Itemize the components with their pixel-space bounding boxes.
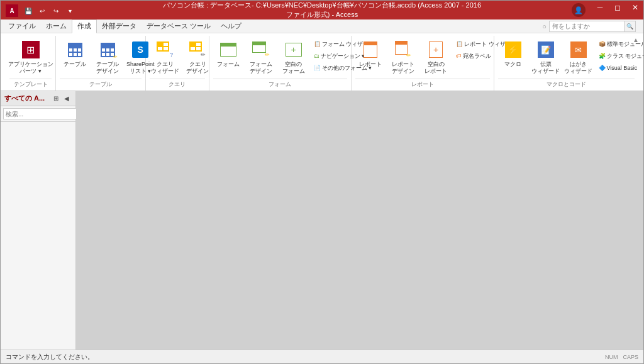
nav-search-input[interactable] xyxy=(3,108,88,119)
macro-icon-el: ⚡ xyxy=(503,40,523,60)
form-icon xyxy=(218,40,238,60)
ribbon-btn-table[interactable]: テーブル xyxy=(60,37,90,77)
macros-group-label: マクロとコード xyxy=(498,79,635,91)
form-wizard-small-icon: 📋 xyxy=(314,41,321,47)
ribbon-btn-blank-report[interactable]: + 空白のレポート xyxy=(421,37,451,77)
class-module-icon: 🧩 xyxy=(599,53,606,59)
blank-form-label: 空白のフォーム xyxy=(282,61,305,75)
class-module-label: クラス モジュール xyxy=(607,52,645,60)
quick-access-undo[interactable]: ↩ xyxy=(36,4,48,17)
ribbon: ⊞ アプリケーションパーツ ▾ テンプレート テーブル xyxy=(1,33,643,91)
denpyo-wizard-icon: 📝 xyxy=(536,40,556,60)
ribbon-btn-query-design[interactable]: ✏ クエリデザイン xyxy=(182,37,213,77)
query-wizard-icon: ? xyxy=(155,40,175,60)
blank-form-icon: + xyxy=(284,40,304,60)
report-icon-el xyxy=(360,40,380,60)
other-forms-small-icon: 📄 xyxy=(314,65,321,71)
command-search-button[interactable]: 🔍 xyxy=(625,21,636,32)
standard-module-icon: 📦 xyxy=(599,41,606,47)
form-label: フォーム xyxy=(217,61,240,68)
table-design-icon: ✏ xyxy=(97,40,118,60)
labels-small-icon: 🏷 xyxy=(456,53,462,59)
form-design-icon: ✏ xyxy=(251,40,271,60)
quick-access-toolbar: A 💾 ↩ ↪ ▾ xyxy=(6,4,76,17)
command-search-input[interactable] xyxy=(549,21,625,32)
ribbon-btn-app-parts[interactable]: ⊞ アプリケーションパーツ ▾ xyxy=(9,37,52,77)
ribbon-btn-denpyo-wizard[interactable]: 📝 伝票ウィザード xyxy=(531,37,561,77)
num-lock-indicator: NUM xyxy=(605,354,618,360)
status-bar: コマンドを入力してください。 NUM CAPS xyxy=(1,350,643,363)
title-bar-title: パソコン台帳 : データベース- C:¥Users¥NEC¥Desktop¥台帳… xyxy=(162,1,483,19)
ribbon-group-forms: フォーム ✏ フォームデザイン + 空白のフォーム 📋 xyxy=(209,36,352,91)
query-design-icon: ✏ xyxy=(187,40,208,60)
nav-header-title[interactable]: すべての A... xyxy=(4,94,45,103)
menu-file[interactable]: ファイル xyxy=(3,19,41,33)
ribbon-group-tables: テーブル ✏ テーブルデザイン S xyxy=(56,36,146,91)
reports-group-label: レポート xyxy=(355,79,489,91)
ribbon-collapse-button[interactable]: ▲ xyxy=(631,35,641,45)
restore-button[interactable]: ◻ xyxy=(609,1,626,14)
menu-home[interactable]: ホーム xyxy=(41,19,72,33)
report-design-label: レポートデザイン xyxy=(392,61,414,75)
hagaki-wizard-icon: ✉ xyxy=(569,40,589,60)
ribbon-group-reports: レポート ✏ レポートデザイン + 空白のレポート 📋 xyxy=(352,36,494,91)
minimize-button[interactable]: ─ xyxy=(592,1,608,14)
app-parts-label: アプリケーションパーツ ▾ xyxy=(8,61,53,75)
ribbon-btn-form[interactable]: フォーム xyxy=(213,37,243,77)
query-design-label: クエリデザイン xyxy=(186,61,209,75)
ribbon-btn-macro[interactable]: ⚡ マクロ xyxy=(498,37,528,77)
status-text: コマンドを入力してください。 xyxy=(6,353,94,361)
ribbon-group-templates: ⊞ アプリケーションパーツ ▾ テンプレート xyxy=(6,36,56,91)
report-label: レポート xyxy=(359,61,382,68)
navigation-small-icon: 🗂 xyxy=(314,53,319,59)
form-design-label: フォームデザイン xyxy=(250,61,272,75)
blank-report-icon: + xyxy=(426,40,446,60)
query-wizard-label: クエリウィザード xyxy=(151,61,179,75)
menu-bar: ファイル ホーム 作成 外部データ データベース ツール ヘルプ ○ 🔍 xyxy=(1,19,643,33)
table-design-label: テーブルデザイン xyxy=(96,61,119,75)
menu-db-tools[interactable]: データベース ツール xyxy=(142,19,216,33)
menu-help[interactable]: ヘルプ xyxy=(216,19,247,33)
nav-header: すべての A... ⊞ ◀ xyxy=(1,91,75,106)
tables-group-label: テーブル xyxy=(60,79,142,91)
report-wizard-small-icon: 📋 xyxy=(456,41,463,47)
command-search-area: ○ 🔍 xyxy=(542,21,641,32)
ribbon-btn-query-wizard[interactable]: ? クエリウィザード xyxy=(150,37,180,77)
blank-report-label: 空白のレポート xyxy=(425,61,447,75)
report-design-icon: ✏ xyxy=(393,40,413,60)
forms-group-label: フォーム xyxy=(213,79,347,91)
ribbon-btn-hagaki-wizard[interactable]: ✉ はがきウィザード xyxy=(564,37,594,77)
visual-basic-icon: 🔷 xyxy=(599,65,606,71)
hagaki-wizard-label: はがきウィザード xyxy=(564,61,592,75)
queries-group-label: クエリ xyxy=(150,79,205,91)
ribbon-btn-table-design[interactable]: ✏ テーブルデザイン xyxy=(92,37,123,77)
denpyo-wizard-label: 伝票ウィザード xyxy=(531,61,560,75)
ribbon-btn-report[interactable]: レポート xyxy=(355,37,386,77)
quick-access-dropdown[interactable]: ▾ xyxy=(64,4,76,17)
table-icon xyxy=(65,40,85,60)
caps-lock-indicator: CAPS xyxy=(623,354,638,360)
quick-access-redo[interactable]: ↪ xyxy=(50,4,62,17)
quick-access-save[interactable]: 💾 xyxy=(22,4,35,17)
ribbon-btn-class-module[interactable]: 🧩 クラス モジュール xyxy=(596,50,645,62)
status-bar-right: NUM CAPS xyxy=(605,354,638,360)
menu-external-data[interactable]: 外部データ xyxy=(97,19,142,33)
labels-small-label: 宛名ラベル xyxy=(463,52,491,60)
table-label: テーブル xyxy=(64,61,86,68)
ribbon-btn-form-design[interactable]: ✏ フォームデザイン xyxy=(246,37,276,77)
nav-collapse-button[interactable]: ◀ xyxy=(62,94,72,104)
main-area: すべての A... ⊞ ◀ 🔍 xyxy=(1,91,643,350)
visual-basic-label: Visual Basic xyxy=(607,65,638,71)
ribbon-btn-report-design[interactable]: ✏ レポートデザイン xyxy=(388,37,418,77)
ribbon-btn-blank-form[interactable]: + 空白のフォーム xyxy=(279,37,309,77)
nav-search-area: 🔍 xyxy=(1,106,75,122)
ribbon-group-macros: ⚡ マクロ 📝 伝票ウィザード ✉ はがきウィザード 📦 xyxy=(494,36,639,91)
content-area xyxy=(76,91,643,350)
close-button[interactable]: ✕ xyxy=(627,1,643,14)
macro-label: マクロ xyxy=(504,61,521,68)
nav-menu-button[interactable]: ⊞ xyxy=(51,94,61,104)
ribbon-btn-visual-basic[interactable]: 🔷 Visual Basic xyxy=(596,62,645,74)
navigation-pane: すべての A... ⊞ ◀ 🔍 xyxy=(1,91,76,350)
templates-group-label: テンプレート xyxy=(9,79,52,91)
menu-create[interactable]: 作成 xyxy=(72,19,97,33)
